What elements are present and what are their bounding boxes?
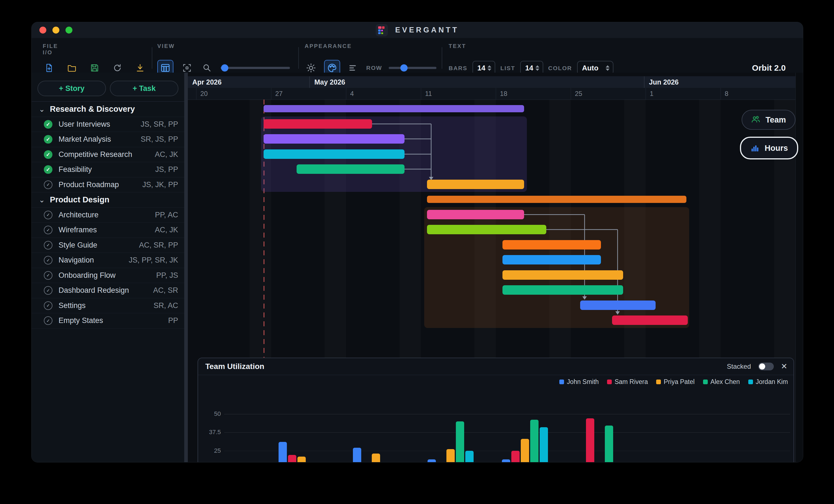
task-name: Style Guide xyxy=(59,241,97,250)
view-section-label: VIEW xyxy=(157,43,175,49)
minimize-window-button[interactable] xyxy=(52,27,59,33)
timeline-day-label: 4 xyxy=(346,88,421,99)
task-row[interactable]: ✓NavigationJS, PP, SR, JK xyxy=(31,253,184,268)
task-todo-icon[interactable]: ✓ xyxy=(44,256,52,265)
utilization-bar xyxy=(465,451,474,463)
close-window-button[interactable] xyxy=(39,27,46,33)
list-size-label: LIST xyxy=(500,65,515,71)
row-height-slider[interactable] xyxy=(389,67,436,69)
task-assignees: JS, JK, PP xyxy=(142,181,178,189)
task-bar[interactable] xyxy=(264,150,404,159)
toolbar-divider xyxy=(442,47,442,69)
timeline-months-row: Apr 2026May 2026Jun 2026 xyxy=(188,76,796,88)
list-size-decrement[interactable] xyxy=(535,68,539,71)
task-assignees: JS, PP xyxy=(155,165,178,174)
task-assignees: PP, AC xyxy=(155,211,178,219)
task-name: Navigation xyxy=(59,256,94,265)
bars-size-decrement[interactable] xyxy=(487,68,491,71)
task-name: Product Roadmap xyxy=(59,181,119,189)
task-bar[interactable] xyxy=(264,134,404,144)
zoom-slider[interactable] xyxy=(221,67,290,69)
summary-bar[interactable] xyxy=(427,196,686,203)
text-section-label: TEXT xyxy=(448,43,466,49)
task-done-icon[interactable]: ✓ xyxy=(44,150,52,159)
color-mode-value: Auto xyxy=(582,64,598,72)
task-todo-icon[interactable]: ✓ xyxy=(44,211,52,219)
task-row[interactable]: ✓Dashboard RedesignAC, SR xyxy=(31,283,184,298)
bars-size-increment[interactable] xyxy=(487,65,491,67)
task-row[interactable]: ✓WireframesAC, JK xyxy=(31,223,184,238)
timeline-month-label: Jun 2026 xyxy=(644,76,796,88)
add-task-button[interactable]: + Task xyxy=(110,81,178,96)
story-section-header[interactable]: ⌄Product Design xyxy=(31,192,184,208)
task-todo-icon[interactable]: ✓ xyxy=(44,226,52,234)
task-row[interactable]: ✓ArchitecturePP, AC xyxy=(31,208,184,223)
task-bar[interactable] xyxy=(502,255,601,265)
utilization-bar xyxy=(446,449,455,462)
task-row[interactable]: ✓Onboarding FlowPP, JS xyxy=(31,268,184,283)
task-row[interactable]: ✓SettingsSR, AC xyxy=(31,298,184,314)
gantt-area: Apr 2026May 2026Jun 2026 2027411182518 T… xyxy=(188,73,803,462)
task-name: Feasibility xyxy=(59,165,92,174)
task-todo-icon[interactable]: ✓ xyxy=(44,301,52,310)
task-bar[interactable] xyxy=(297,164,404,174)
task-row[interactable]: ✓Competitive ResearchAC, JK xyxy=(31,147,184,162)
task-done-icon[interactable]: ✓ xyxy=(44,165,52,174)
task-bar[interactable] xyxy=(612,316,688,325)
chevron-up-icon xyxy=(606,65,610,67)
row-slider-label: ROW xyxy=(366,65,382,71)
task-bar[interactable] xyxy=(502,270,623,280)
toolbar-divider xyxy=(152,47,152,69)
team-button-label: Team xyxy=(766,115,786,124)
task-todo-icon[interactable]: ✓ xyxy=(44,286,52,295)
task-bar[interactable] xyxy=(264,119,372,129)
task-bar[interactable] xyxy=(502,240,601,250)
task-bar[interactable] xyxy=(502,285,623,295)
utilization-bar xyxy=(456,421,464,463)
chart-gridline xyxy=(224,414,790,414)
utilization-bar xyxy=(502,459,510,462)
utilization-bar xyxy=(279,442,287,462)
task-todo-icon[interactable]: ✓ xyxy=(44,271,52,280)
task-done-icon[interactable]: ✓ xyxy=(44,135,52,144)
task-bar[interactable] xyxy=(427,210,524,219)
task-todo-icon[interactable]: ✓ xyxy=(44,181,52,189)
maximize-window-button[interactable] xyxy=(65,27,72,33)
task-todo-icon[interactable]: ✓ xyxy=(44,241,52,250)
utilization-bar xyxy=(372,454,380,462)
task-name: Market Analysis xyxy=(59,135,111,144)
toolbar: FILE I/O VIEW xyxy=(31,38,803,73)
task-bar[interactable] xyxy=(427,225,546,234)
hours-chart-icon xyxy=(750,143,760,153)
utilization-bar xyxy=(288,455,296,462)
chart-gridline xyxy=(224,432,790,433)
team-view-button[interactable]: Team xyxy=(742,110,795,130)
task-assignees: SR, AC xyxy=(153,301,178,310)
timeline-days-row: 2027411182518 xyxy=(188,88,796,100)
task-bar[interactable] xyxy=(427,180,524,189)
chevron-down-icon xyxy=(606,68,610,71)
sidebar: + Story + Task ⌄Research & Discovery✓Use… xyxy=(31,73,184,462)
task-assignees: JS, SR, PP xyxy=(141,120,178,129)
row-height-slider-knob[interactable] xyxy=(400,64,408,71)
hours-view-button[interactable]: Hours xyxy=(740,137,798,159)
task-row[interactable]: ✓Empty StatesPP xyxy=(31,313,184,328)
task-row[interactable]: ✓FeasibilityJS, PP xyxy=(31,162,184,178)
task-done-icon[interactable]: ✓ xyxy=(44,120,52,129)
task-bar[interactable] xyxy=(580,300,656,310)
story-section-header[interactable]: ⌄Research & Discovery xyxy=(31,102,184,117)
timeline-day-label: 1 xyxy=(645,88,721,99)
zoom-slider-knob[interactable] xyxy=(221,64,228,71)
summary-bar[interactable] xyxy=(264,105,524,112)
y-axis-tick-label: 50 xyxy=(201,410,221,417)
list-size-increment[interactable] xyxy=(535,65,539,67)
utilization-bar xyxy=(521,439,529,462)
add-story-button[interactable]: + Story xyxy=(38,81,106,96)
sidebar-resize-handle[interactable] xyxy=(184,73,188,462)
task-row[interactable]: ✓User InterviewsJS, SR, PP xyxy=(31,117,184,132)
task-row[interactable]: ✓Style GuideAC, SR, PP xyxy=(31,238,184,253)
task-row[interactable]: ✓Product RoadmapJS, JK, PP xyxy=(31,178,184,193)
task-row[interactable]: ✓Market AnalysisSR, JS, PP xyxy=(31,132,184,147)
task-todo-icon[interactable]: ✓ xyxy=(44,316,52,325)
task-name: Onboarding Flow xyxy=(59,271,116,280)
